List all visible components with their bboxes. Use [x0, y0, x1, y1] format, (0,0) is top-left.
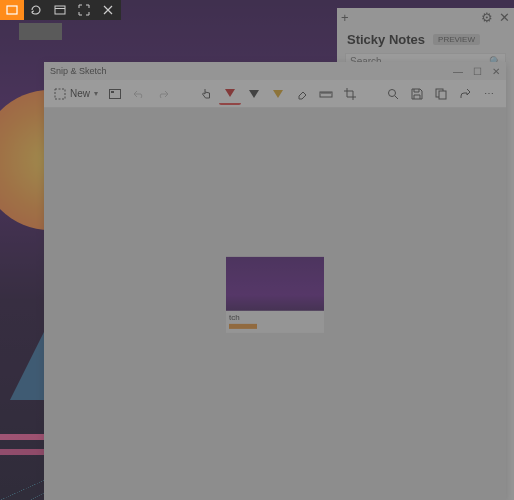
freeform-snip-button[interactable] [24, 0, 48, 20]
close-icon [102, 4, 114, 16]
close-snip-button[interactable] [96, 0, 120, 20]
screen-dim-overlay [0, 0, 514, 500]
svg-rect-8 [55, 6, 65, 14]
snip-mode-toolbar [0, 0, 121, 20]
window-icon [54, 4, 66, 16]
taskbar-preview[interactable] [19, 23, 62, 40]
fullscreen-snip-button[interactable] [72, 0, 96, 20]
freeform-icon [30, 4, 42, 16]
window-snip-button[interactable] [48, 0, 72, 20]
fullscreen-icon [78, 4, 90, 16]
svg-rect-7 [7, 6, 17, 14]
rectangular-snip-button[interactable] [0, 0, 24, 20]
rectangle-icon [6, 4, 18, 16]
